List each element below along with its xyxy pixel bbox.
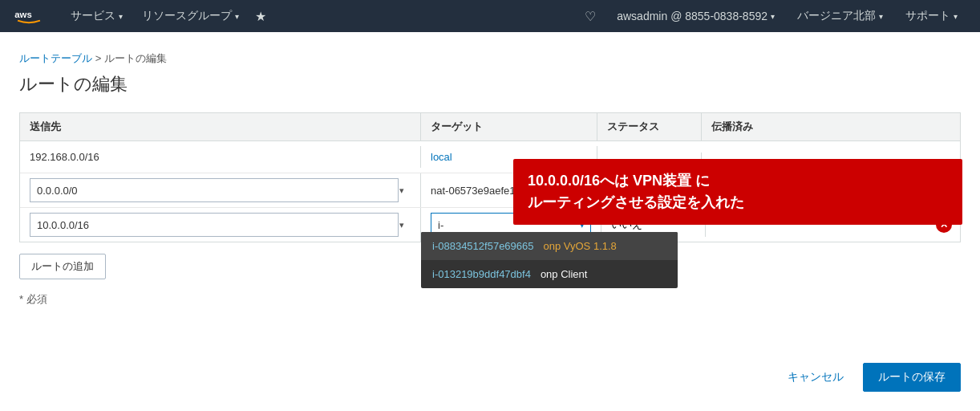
breadcrumb-root-link[interactable]: ルートテーブル [19,52,92,64]
required-note: * 必須 [19,292,961,307]
destination-select-2[interactable]: 0.0.0.0/0 [30,178,399,202]
dropdown-item-id-2: i-013219b9ddf47dbf4 [432,268,531,280]
target-dropdown[interactable]: i-08834512f57e69665 onp VyOS 1.1.8 i-013… [421,232,678,288]
save-button[interactable]: ルートの保存 [863,363,961,392]
dropdown-item-1[interactable]: i-08834512f57e69665 onp VyOS 1.1.8 [421,232,678,260]
annotation-overlay: 10.0.0.0/16へは VPN装置 に ルーティングさせる設定を入れた [513,159,962,225]
footer-buttons: キャンセル ルートの保存 [778,363,961,392]
breadcrumb-current: ルートの編集 [104,52,167,64]
navbar: aws サービス ▾ リソースグループ ▾ ★ ♡ awsadmin @ 885… [0,0,980,32]
dropdown-item-id-1: i-08834512f57e69665 [432,240,534,252]
add-route-button[interactable]: ルートの追加 [19,254,106,279]
chevron-down-icon: ▾ [954,12,958,21]
nav-right: ♡ awsadmin @ 8855-0838-8592 ▾ バージニア北部 ▾ … [577,0,967,32]
dropdown-item-name-1: onp VyOS 1.1.8 [544,240,617,252]
chevron-down-icon: ▾ [879,12,883,21]
col-target: ターゲット [421,113,597,140]
nav-support[interactable]: サポート ▾ [896,0,967,32]
annotation-line2: ルーティングさせる設定を入れた [528,192,948,214]
dest-cell-1: 192.168.0.0/16 [20,146,421,168]
cancel-button[interactable]: キャンセル [778,365,853,389]
dropdown-item-2[interactable]: i-013219b9ddf47dbf4 onp Client [421,260,678,288]
chevron-down-icon: ▾ [119,12,123,21]
col-propagate: 伝播済み [702,113,960,140]
nav-services[interactable]: サービス ▾ [61,0,132,32]
dest-cell-3[interactable]: 10.0.0.0/16 ▾ [20,208,421,242]
nav-resource-groups[interactable]: リソースグループ ▾ [132,0,249,32]
aws-logo[interactable]: aws [13,6,45,26]
nav-region[interactable]: バージニア北部 ▾ [788,0,893,32]
bell-icon[interactable]: ♡ [577,9,604,24]
table-header: 送信先 ターゲット ステータス 伝播済み [19,112,961,140]
chevron-down-icon: ▾ [399,185,404,196]
destination-select-3[interactable]: 10.0.0.0/16 [30,213,399,237]
chevron-down-icon: ▾ [771,12,775,21]
svg-text:aws: aws [14,10,31,19]
bookmark-icon[interactable]: ★ [249,9,273,24]
breadcrumb: ルートテーブル > ルートの編集 [19,45,961,69]
col-status: ステータス [597,113,702,140]
dest-cell-2[interactable]: 0.0.0.0/0 ▾ [20,173,421,207]
page-title: ルートの編集 [19,72,961,96]
nav-user[interactable]: awsadmin @ 8855-0838-8592 ▾ [607,0,784,32]
annotation-line1: 10.0.0.0/16へは VPN装置 に [528,170,948,192]
chevron-down-icon: ▾ [399,220,404,230]
dropdown-item-name-2: onp Client [541,268,588,280]
page-content: ルートテーブル > ルートの編集 ルートの編集 送信先 ターゲット ステータス … [0,32,980,411]
chevron-down-icon: ▾ [235,12,239,21]
col-destination: 送信先 [20,113,421,140]
